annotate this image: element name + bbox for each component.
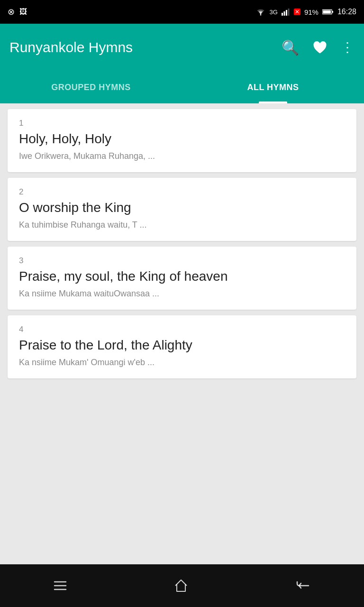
tab-grouped-hymns[interactable]: GROUPED HYMNS xyxy=(0,71,182,103)
battery-percent: 91% xyxy=(304,8,318,16)
tab-bar: GROUPED HYMNS ALL HYMNS xyxy=(0,71,364,103)
hymn-card-4[interactable]: 4 Praise to the Lord, the Alighty Ka nsi… xyxy=(8,315,356,378)
signal-label: 3G xyxy=(270,9,278,16)
menu-icon[interactable] xyxy=(52,577,69,594)
app-bar-icons: 🔍 ⋮ xyxy=(282,39,355,56)
more-vert-icon[interactable]: ⋮ xyxy=(341,41,355,54)
heart-icon[interactable] xyxy=(312,40,328,55)
hymn-number-2: 2 xyxy=(19,187,345,197)
hymn-card-2[interactable]: 2 O worship the King Ka tuhimbise Ruhang… xyxy=(8,178,356,241)
hymn-subtitle-4: Ka nsiime Mukam' Omuangi w'eb ... xyxy=(19,357,345,368)
hymn-subtitle-3: Ka nsiime Mukama waituOwansaa ... xyxy=(19,288,345,299)
status-bar-left: ⊗ 🖼 xyxy=(8,7,27,17)
home-icon[interactable] xyxy=(173,577,190,594)
svg-rect-4 xyxy=(288,9,289,16)
hymn-card-3[interactable]: 3 Praise, my soul, the King of heaven Ka… xyxy=(8,247,356,310)
bottom-nav xyxy=(0,564,364,607)
8ball-icon: ⊗ xyxy=(8,7,15,17)
svg-rect-6 xyxy=(332,11,333,13)
svg-rect-3 xyxy=(286,10,287,16)
hymn-card-1[interactable]: 1 Holy, Holy, Holy Iwe Orikwera, Mukama … xyxy=(8,109,356,172)
hymn-list: 1 Holy, Holy, Holy Iwe Orikwera, Mukama … xyxy=(0,103,364,564)
hymn-number-3: 3 xyxy=(19,256,345,266)
svg-rect-7 xyxy=(323,10,331,13)
battery-icon xyxy=(322,9,334,15)
app-bar: Runyankole Hymns 🔍 ⋮ xyxy=(0,24,364,71)
status-bar-right: 3G ✕ 91% 16:28 xyxy=(255,8,356,16)
back-icon[interactable] xyxy=(293,577,312,594)
wifi-icon xyxy=(255,8,266,16)
search-icon[interactable]: 🔍 xyxy=(282,39,299,56)
svg-point-0 xyxy=(260,14,261,16)
hymn-title-2: O worship the King xyxy=(19,200,345,216)
hymn-title-1: Holy, Holy, Holy xyxy=(19,131,345,147)
status-bar: ⊗ 🖼 3G ✕ 91% 16:28 xyxy=(0,0,364,24)
hymn-subtitle-2: Ka tuhimbise Ruhanga waitu, T ... xyxy=(19,220,345,230)
svg-rect-1 xyxy=(282,13,283,16)
image-icon: 🖼 xyxy=(19,8,27,16)
hymn-title-4: Praise to the Lord, the Alighty xyxy=(19,337,345,353)
time-label: 16:28 xyxy=(337,8,356,16)
app-title: Runyankole Hymns xyxy=(9,39,282,55)
signal-bars-icon xyxy=(282,8,290,16)
hymn-number-1: 1 xyxy=(19,119,345,128)
hymn-title-3: Praise, my soul, the King of heaven xyxy=(19,268,345,285)
tab-all-hymns[interactable]: ALL HYMNS xyxy=(182,71,364,103)
svg-rect-2 xyxy=(283,11,285,16)
hymn-number-4: 4 xyxy=(19,325,345,334)
sim-icon: ✕ xyxy=(294,9,300,15)
hymn-subtitle-1: Iwe Orikwera, Mukama Ruhanga, ... xyxy=(19,151,345,162)
